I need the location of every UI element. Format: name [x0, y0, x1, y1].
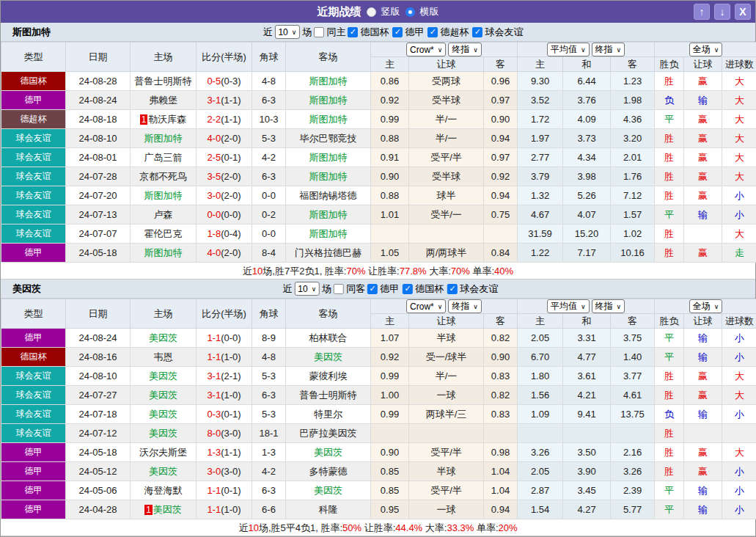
odds-home-cell [371, 424, 409, 443]
average-select[interactable]: 平均值∨ [547, 43, 590, 56]
handicap-result-cell: 输 [684, 500, 722, 519]
col-score: 比分(半场) [197, 43, 252, 72]
team-name-text: 京都不死鸟 [139, 171, 187, 182]
result-cell: 胜 [655, 244, 684, 263]
table-row: 球会友谊24-07-18美因茨0-3(0-1)5-3特里尔0.99两球半/三0.… [1, 405, 756, 424]
team-name-text: 美因茨 [149, 332, 177, 343]
close-button[interactable]: X [735, 4, 751, 20]
bookmaker-select[interactable]: Crow*∨ [406, 299, 446, 313]
avg-stage-select[interactable]: 终指∨ [592, 43, 625, 56]
team-section-bar: 美因茨 近 10∨ 场 同客 ✓德甲✓德国杯✓球会友谊 [1, 280, 755, 299]
home-team-cell: 斯图加特 [131, 129, 197, 148]
league-checkbox[interactable]: ✓ [403, 284, 413, 294]
fulltime-score: 3-1 [207, 95, 221, 106]
avg-away-cell: 3.75 [611, 329, 655, 348]
league-checkbox[interactable]: ✓ [472, 27, 482, 37]
horizontal-layout-radio[interactable] [405, 7, 415, 17]
match-count-select[interactable]: 10∨ [294, 282, 320, 296]
handicap-result-cell: 赢 [684, 148, 722, 167]
match-count-select[interactable]: 10∨ [274, 25, 300, 39]
avg-draw-cell: 3.50 [563, 443, 611, 462]
home-team-cell: 1勒沃库森 [131, 110, 197, 129]
away-team-cell: 斯图加特 [286, 72, 371, 91]
home-team-cell: 沃尔夫斯堡 [131, 443, 197, 462]
league-checkbox[interactable]: ✓ [447, 284, 458, 294]
avg-draw-cell: 5.26 [563, 186, 611, 205]
fulltime-score: 1-1 [207, 504, 221, 515]
summary-segment: 40% [494, 266, 513, 277]
result-cell: 胜 [655, 424, 684, 443]
handicap-result-cell [684, 424, 722, 443]
odds-stage-select[interactable]: 终指∨ [448, 43, 482, 56]
odds-home-cell: 0.85 [371, 481, 409, 500]
league-checkbox[interactable]: ✓ [392, 27, 403, 37]
fulltime-score: 2-2 [207, 114, 221, 125]
goals-result-cell: 小 [722, 481, 756, 500]
same-venue-checkbox[interactable] [334, 284, 344, 294]
avg-away-cell: 10.16 [611, 244, 655, 263]
avg-home-cell: 3.52 [518, 91, 563, 110]
avg-draw-cell [563, 424, 611, 443]
halftime-score: (1-0) [221, 504, 241, 515]
same-venue-checkbox[interactable] [314, 27, 324, 37]
score-cell: 3-5(2-0) [197, 167, 252, 186]
league-label: 德国杯 [415, 282, 444, 296]
away-team-cell: 斯图加特 [286, 148, 371, 167]
handicap-cell: 受平/半 [409, 148, 484, 167]
period-select[interactable]: 全场∨ [689, 299, 723, 313]
chevron-down-icon: ∨ [617, 46, 622, 54]
team-section: 斯图加特 近 10∨ 场 同主 ✓德国杯✓德甲✓德超杯✓球会友谊 类型 日期 主 [1, 23, 755, 280]
type-badge-cell: 德超杯 [1, 110, 66, 129]
vertical-layout-label: 竖版 [381, 5, 400, 18]
goals-result-cell: 大 [722, 167, 756, 186]
date-cell: 24-08-10 [66, 129, 131, 148]
halftime-score: (0-1) [221, 409, 241, 420]
home-team-cell: 斯图加特 [131, 244, 197, 263]
home-team-cell: 普鲁士明斯特 [131, 72, 197, 91]
handicap-cell: 一球 [409, 386, 484, 405]
home-team-cell: 京都不死鸟 [131, 167, 197, 186]
corners-cell: 18-1 [252, 424, 286, 443]
team-name-text: 普鲁士明斯特 [300, 390, 357, 401]
avg-draw-cell: 4.77 [563, 348, 611, 367]
goals-result-cell: 大 [722, 443, 756, 462]
recent-results-window: 近期战绩 竖版 横版 ↑ ↓ X 斯图加特 近 10∨ 场 同主 ✓德国杯✓德甲… [0, 0, 756, 537]
handicap-result-cell [684, 224, 722, 244]
bookmaker-select[interactable]: Crow*∨ [406, 43, 446, 56]
avg-home-cell: 1.22 [518, 244, 563, 263]
league-checkbox[interactable]: ✓ [348, 27, 358, 37]
odds-home-cell: 1.07 [371, 329, 409, 348]
team-name-text: 科隆 [319, 504, 338, 515]
period-select[interactable]: 全场∨ [689, 43, 723, 56]
result-cell: 胜 [655, 224, 684, 244]
average-select[interactable]: 平均值∨ [547, 299, 590, 313]
odds-away-cell: 0.82 [484, 329, 518, 348]
goals-result-cell: 小 [722, 329, 756, 348]
avg-stage-select[interactable]: 终指∨ [592, 299, 625, 313]
sub-col-away-odds: 客 [484, 314, 518, 329]
arrow-up-icon: ↑ [700, 6, 705, 18]
odds-away-cell: 0.97 [484, 91, 518, 110]
vertical-layout-radio[interactable] [367, 7, 376, 17]
team-name-text: 海登海默 [144, 485, 183, 496]
odds-stage-select[interactable]: 终指∨ [448, 299, 482, 313]
home-team-cell: 1美因茨 [131, 500, 197, 519]
handicap-cell: 半/一 [409, 110, 484, 129]
fulltime-score: 0-3 [207, 409, 221, 420]
odds-home-cell: 0.90 [371, 443, 409, 462]
handicap-result-cell: 赢 [684, 443, 722, 462]
odds-home-cell: 0.99 [371, 110, 409, 129]
date-cell: 24-08-24 [66, 91, 131, 110]
team-name-text: 门兴格拉德巴赫 [295, 247, 362, 258]
move-down-button[interactable]: ↓ [714, 4, 730, 20]
type-badge-cell: 球会友谊 [1, 386, 66, 405]
chevron-down-icon: ∨ [714, 46, 719, 54]
near-label: 近 [263, 26, 272, 39]
league-checkbox[interactable]: ✓ [367, 284, 378, 294]
move-up-button[interactable]: ↑ [694, 4, 710, 20]
league-checkbox[interactable]: ✓ [427, 27, 438, 37]
league-filters: ✓德甲✓德国杯✓球会友谊 [367, 282, 499, 296]
corners-cell: 0-2 [252, 205, 286, 224]
fulltime-score: 1-3 [207, 447, 221, 458]
avg-home-cell: 2.77 [518, 148, 563, 167]
